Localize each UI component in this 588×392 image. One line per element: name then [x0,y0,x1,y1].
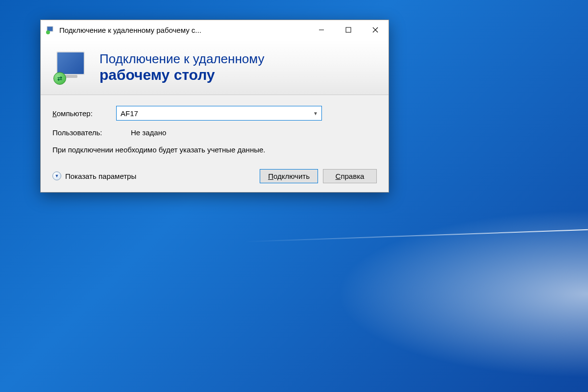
expand-down-icon: ▼ [52,172,61,180]
user-field-row: Пользователь: Не задано [52,128,377,137]
window-title: Подключение к удаленному рабочему с... [59,26,308,34]
desktop-ray-effect [245,229,588,242]
help-button[interactable]: Справка [323,169,377,183]
svg-point-1 [46,30,50,34]
user-label: Пользователь: [52,128,116,137]
maximize-icon [345,27,351,33]
window-controls [308,20,389,40]
rdp-titlebar-icon [46,25,55,35]
maximize-button[interactable] [335,20,362,40]
computer-field-row: Компьютер: ▼ [52,106,377,121]
desktop-light-effect [294,196,588,392]
content-area: Компьютер: ▼ Пользователь: Не задано При… [41,95,389,192]
header-banner: ⇄ Подключение к удаленному рабочему стол… [41,40,389,95]
chevron-down-icon[interactable]: ▼ [310,106,321,120]
user-value: Не задано [131,128,166,137]
bottom-row: ▼ Показать параметры Подключить Справка [52,169,377,183]
show-options-link[interactable]: ▼ Показать параметры [52,172,136,180]
close-icon [372,27,378,33]
banner-text: Подключение к удаленному рабочему столу [99,51,264,83]
minimize-button[interactable] [308,20,335,40]
rdp-dialog-window: Подключение к удаленному рабочему с... ⇄… [40,20,389,193]
svg-rect-3 [346,27,351,32]
credentials-hint: При подключении необходимо будет указать… [52,145,377,155]
connect-button[interactable]: Подключить [260,169,318,183]
rdp-logo-icon: ⇄ [52,49,90,86]
computer-input[interactable] [117,106,310,120]
titlebar[interactable]: Подключение к удаленному рабочему с... [41,20,389,40]
close-button[interactable] [362,20,389,40]
banner-title-line1: Подключение к удаленному [99,51,264,67]
banner-title-line2: рабочему столу [99,67,264,83]
computer-combobox[interactable]: ▼ [116,106,322,121]
minimize-icon [318,27,324,33]
computer-label: Компьютер: [52,109,116,118]
